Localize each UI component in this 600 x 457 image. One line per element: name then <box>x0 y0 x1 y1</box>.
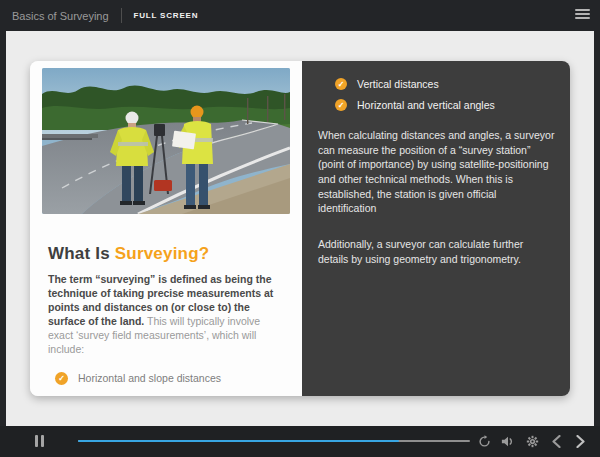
paragraph-geometry: Additionally, a surveyor can calculate f… <box>318 237 555 266</box>
next-icon[interactable] <box>568 426 592 457</box>
bullet-label: Horizontal and vertical angles <box>357 99 495 111</box>
pause-icon[interactable] <box>34 435 46 447</box>
slide-right-panel: ✓ Vertical distances ✓ Horizontal and ve… <box>302 61 570 396</box>
slide-title-highlight: Surveying? <box>115 244 210 263</box>
check-icon: ✓ <box>335 78 347 90</box>
volume-icon-glyph <box>501 435 515 448</box>
menu-icon[interactable] <box>575 9 590 21</box>
next-icon-glyph <box>576 435 585 448</box>
slide-stage: What Is Surveying? The term “surveying” … <box>6 31 594 426</box>
fullscreen-button[interactable]: FULL SCREEN <box>134 11 199 20</box>
replay-icon[interactable] <box>472 426 496 457</box>
bullet-label: Horizontal and slope distances <box>78 372 221 384</box>
bullet-horizontal-vertical-angles: ✓ Horizontal and vertical angles <box>335 99 555 111</box>
slide-body-text: The term “surveying” is defined as being… <box>48 273 284 357</box>
progress-fill <box>78 440 399 442</box>
bullet-label: Vertical distances <box>357 78 439 90</box>
replay-icon-glyph <box>478 435 491 448</box>
menu-icon-bar <box>575 13 590 15</box>
slide-title-prefix: What Is <box>48 244 115 263</box>
paragraph-survey-station: When calculating distances and angles, a… <box>318 128 555 216</box>
settings-gear-icon[interactable] <box>520 426 544 457</box>
previous-icon[interactable] <box>544 426 568 457</box>
seekbar[interactable] <box>78 440 470 442</box>
bullet-horizontal-slope: ✓ Horizontal and slope distances <box>55 372 284 385</box>
course-title: Basics of Surveying <box>12 10 109 22</box>
surveyors-photo-graphic <box>42 68 290 214</box>
top-bar: Basics of Surveying FULL SCREEN <box>0 0 600 31</box>
check-icon: ✓ <box>55 372 68 385</box>
settings-gear-glyph <box>526 435 539 448</box>
previous-icon-glyph <box>552 435 561 448</box>
volume-icon[interactable] <box>496 426 520 457</box>
slide-card: What Is Surveying? The term “surveying” … <box>30 61 570 396</box>
pause-icon-bar <box>41 435 44 447</box>
menu-icon-bar <box>575 17 590 19</box>
check-icon: ✓ <box>335 99 347 111</box>
slide-left-panel: What Is Surveying? The term “surveying” … <box>30 61 302 396</box>
bullet-vertical-distances: ✓ Vertical distances <box>335 78 555 90</box>
player-bar <box>0 426 600 457</box>
menu-icon-bar <box>575 9 590 11</box>
topbar-divider <box>121 8 122 23</box>
slide-title: What Is Surveying? <box>48 244 284 264</box>
pause-icon-bar <box>35 435 38 447</box>
player-controls <box>472 426 592 457</box>
surveyors-photo <box>42 68 290 214</box>
